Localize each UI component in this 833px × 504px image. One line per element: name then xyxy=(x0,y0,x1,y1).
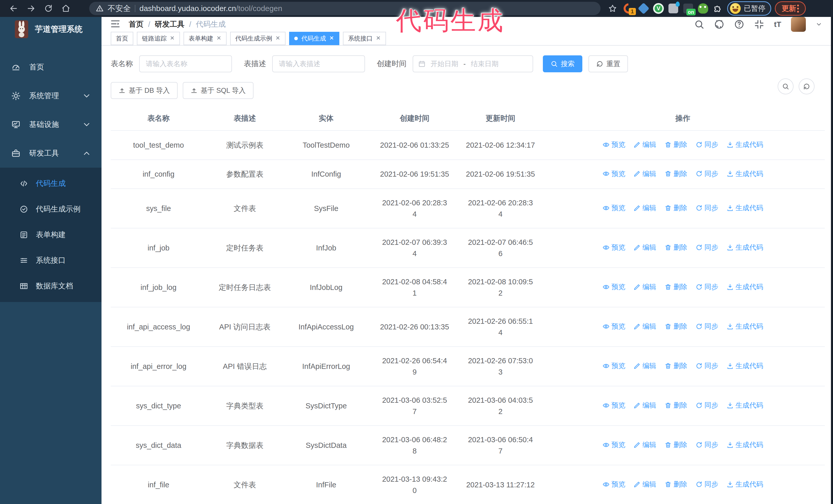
github-icon[interactable] xyxy=(714,19,724,29)
toggle-search-button[interactable] xyxy=(778,78,793,94)
edit-link[interactable]: 编辑 xyxy=(634,400,657,411)
sync-link[interactable]: 同步 xyxy=(696,321,718,332)
import-db-button[interactable]: 基于 DB 导入 xyxy=(111,82,177,99)
delete-link[interactable]: 删除 xyxy=(665,139,687,150)
generate-code-link[interactable]: 生成代码 xyxy=(727,321,763,332)
extension-green-icon[interactable]: V xyxy=(653,3,664,14)
delete-link[interactable]: 删除 xyxy=(665,360,687,371)
avatar-caret-down-icon[interactable] xyxy=(815,21,822,28)
delete-link[interactable]: 删除 xyxy=(665,400,687,411)
edit-link[interactable]: 编辑 xyxy=(634,360,657,371)
edit-link[interactable]: 编辑 xyxy=(634,168,657,179)
delete-link[interactable]: 删除 xyxy=(665,321,687,332)
tab-form-builder[interactable]: 表单构建 xyxy=(184,32,227,45)
sidebar-item-codegen[interactable]: 代码生成 xyxy=(0,171,101,196)
sidebar-item-form-builder[interactable]: 表单构建 xyxy=(0,222,101,248)
sidebar-item-home[interactable]: 首页 xyxy=(0,53,101,81)
delete-link[interactable]: 删除 xyxy=(665,168,687,179)
edit-link[interactable]: 编辑 xyxy=(634,139,657,150)
sidebar-item-system-api[interactable]: 系统接口 xyxy=(0,248,101,273)
app-logo[interactable]: 芋道管理系统 xyxy=(0,17,101,42)
browser-reload-button[interactable] xyxy=(42,2,55,16)
fullscreen-icon[interactable] xyxy=(754,19,764,29)
extensions-puzzle-icon[interactable] xyxy=(712,3,723,14)
close-icon[interactable] xyxy=(376,35,381,42)
extension-gem-icon[interactable] xyxy=(638,3,649,14)
breadcrumb-home[interactable]: 首页 xyxy=(129,19,144,29)
tab-system-api[interactable]: 系统接口 xyxy=(343,32,386,45)
address-bar[interactable]: 不安全 dashboard.yudao.iocoder.cn/tool/code… xyxy=(89,2,600,15)
delete-link[interactable]: 删除 xyxy=(665,439,687,450)
breadcrumb-devtools[interactable]: 研发工具 xyxy=(155,19,185,29)
sync-link[interactable]: 同步 xyxy=(696,281,718,292)
delete-link[interactable]: 删除 xyxy=(665,202,687,214)
sidebar-item-devtools[interactable]: 研发工具 xyxy=(0,139,101,168)
preview-link[interactable]: 预览 xyxy=(602,321,625,332)
delete-link[interactable]: 删除 xyxy=(665,242,687,253)
extension-adblock-icon[interactable]: 1 xyxy=(623,3,634,14)
sidebar-item-db-doc[interactable]: 数据库文档 xyxy=(0,273,101,299)
generate-code-link[interactable]: 生成代码 xyxy=(727,360,763,371)
browser-home-button[interactable] xyxy=(59,2,73,16)
preview-link[interactable]: 预览 xyxy=(602,242,625,253)
preview-link[interactable]: 预览 xyxy=(602,400,625,411)
edit-link[interactable]: 编辑 xyxy=(634,439,657,450)
bookmark-star-icon[interactable] xyxy=(606,2,619,16)
refresh-table-button[interactable] xyxy=(799,78,814,94)
sync-link[interactable]: 同步 xyxy=(696,400,718,411)
generate-code-link[interactable]: 生成代码 xyxy=(727,281,763,292)
close-icon[interactable] xyxy=(216,35,221,42)
hamburger-icon[interactable] xyxy=(110,19,120,30)
delete-link[interactable]: 删除 xyxy=(665,281,687,292)
tab-tracing[interactable]: 链路追踪 xyxy=(137,32,180,45)
generate-code-link[interactable]: 生成代码 xyxy=(727,400,763,411)
preview-link[interactable]: 预览 xyxy=(602,439,625,450)
preview-link[interactable]: 预览 xyxy=(602,168,625,179)
import-sql-button[interactable]: 基于 SQL 导入 xyxy=(183,82,254,99)
extension-dark-icon[interactable]: on xyxy=(683,3,694,14)
close-icon[interactable] xyxy=(170,35,175,42)
generate-code-link[interactable]: 生成代码 xyxy=(727,439,763,450)
date-range-picker[interactable]: 开始日期 - 结束日期 xyxy=(413,55,533,72)
edit-link[interactable]: 编辑 xyxy=(634,479,657,490)
delete-link[interactable]: 删除 xyxy=(665,479,687,490)
sync-link[interactable]: 同步 xyxy=(696,360,718,371)
generate-code-link[interactable]: 生成代码 xyxy=(727,139,763,150)
close-icon[interactable] xyxy=(329,35,334,42)
browser-menu-icon[interactable] xyxy=(797,5,799,13)
close-icon[interactable] xyxy=(275,35,280,42)
header-search-icon[interactable] xyxy=(694,19,704,29)
sync-link[interactable]: 同步 xyxy=(696,479,718,490)
preview-link[interactable]: 预览 xyxy=(602,479,625,490)
sync-link[interactable]: 同步 xyxy=(696,139,718,150)
sync-link[interactable]: 同步 xyxy=(696,202,718,214)
sidebar-item-infra[interactable]: 基础设施 xyxy=(0,110,101,139)
tab-home[interactable]: 首页 xyxy=(111,32,133,45)
sidebar-item-system[interactable]: 系统管理 xyxy=(0,81,101,110)
generate-code-link[interactable]: 生成代码 xyxy=(727,168,763,179)
generate-code-link[interactable]: 生成代码 xyxy=(727,242,763,253)
preview-link[interactable]: 预览 xyxy=(602,202,625,214)
preview-link[interactable]: 预览 xyxy=(602,360,625,371)
edit-link[interactable]: 编辑 xyxy=(634,242,657,253)
tab-codegen-example[interactable]: 代码生成示例 xyxy=(230,32,286,45)
preview-link[interactable]: 预览 xyxy=(602,139,625,150)
browser-update-button[interactable]: 更新 xyxy=(775,1,806,16)
reset-button[interactable]: 重置 xyxy=(589,55,628,72)
generate-code-link[interactable]: 生成代码 xyxy=(727,202,763,214)
edit-link[interactable]: 编辑 xyxy=(634,281,657,292)
sync-link[interactable]: 同步 xyxy=(696,439,718,450)
profile-paused-chip[interactable]: 已暂停 xyxy=(727,1,771,16)
edit-link[interactable]: 编辑 xyxy=(634,321,657,332)
sync-link[interactable]: 同步 xyxy=(696,242,718,253)
table-name-input[interactable] xyxy=(139,55,232,72)
help-icon[interactable] xyxy=(734,19,744,29)
search-button[interactable]: 搜索 xyxy=(543,55,582,72)
sync-link[interactable]: 同步 xyxy=(696,168,718,179)
extension-octo-icon[interactable] xyxy=(697,3,709,14)
table-desc-input[interactable] xyxy=(272,55,365,72)
user-avatar[interactable] xyxy=(791,17,806,32)
extension-gray-icon[interactable] xyxy=(668,3,679,14)
browser-forward-button[interactable] xyxy=(24,2,38,16)
preview-link[interactable]: 预览 xyxy=(602,281,625,292)
